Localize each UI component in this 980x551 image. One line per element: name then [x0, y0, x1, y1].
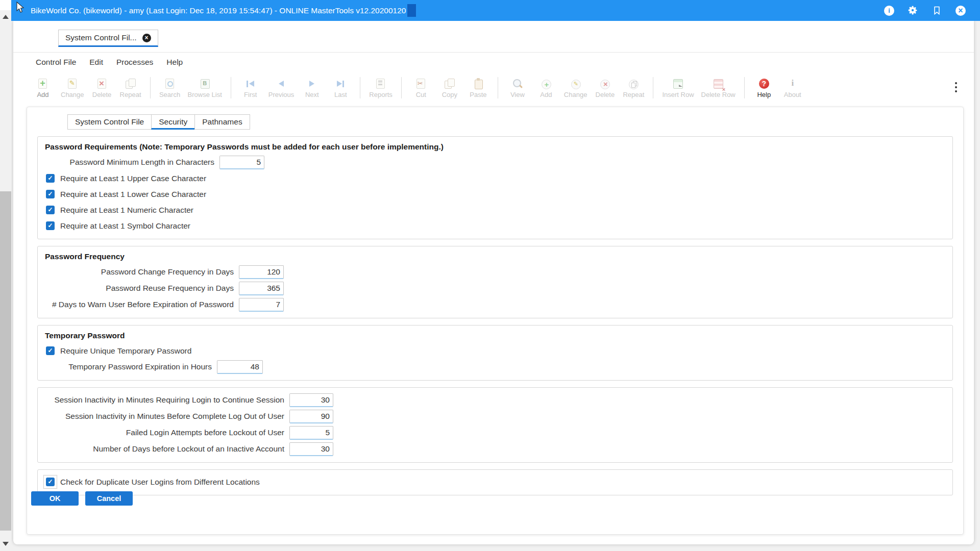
- toolbar-previous-button[interactable]: Previous: [265, 77, 298, 99]
- require-symbol-checkbox[interactable]: [46, 221, 55, 230]
- settings-gear-icon[interactable]: [908, 5, 918, 16]
- password-min-length-input[interactable]: [219, 156, 264, 169]
- arrow-first-icon: [244, 78, 257, 91]
- bookmark-icon[interactable]: [932, 5, 942, 16]
- section-session-lockout: Session Inactivity in Minutes Requiring …: [37, 387, 953, 463]
- toolbar-separator: [231, 77, 231, 98]
- ok-button[interactable]: OK: [31, 491, 79, 506]
- toolbar-next-button[interactable]: Next: [298, 77, 326, 99]
- section-password-frequency: Password Frequency Password Change Frequ…: [37, 246, 953, 318]
- more-options-kebab-icon[interactable]: [951, 81, 961, 94]
- toolbar-row-change-button[interactable]: Change: [560, 77, 591, 99]
- menu-edit[interactable]: Edit: [83, 58, 110, 67]
- require-numeric-checkbox[interactable]: [46, 206, 55, 214]
- menu-processes[interactable]: Processes: [110, 58, 160, 67]
- toolbar-browse-list-button[interactable]: Browse List: [184, 77, 226, 99]
- toolbar-cut-button[interactable]: Cut: [407, 77, 435, 99]
- toolbar-delete-button[interactable]: Delete: [88, 77, 116, 99]
- app-window: System Control Fil... Control File Edit …: [13, 21, 974, 544]
- info-icon[interactable]: [884, 6, 894, 16]
- toolbar-group-record: Add Change Delete Repeat: [29, 77, 145, 99]
- doc-add-icon: [36, 78, 50, 91]
- close-icon[interactable]: [955, 6, 966, 16]
- field-label: Password Reuse Frequency in Days: [44, 284, 234, 293]
- toolbar-row-delete-button[interactable]: Delete: [591, 77, 619, 99]
- toolbar-view-button[interactable]: View: [503, 77, 532, 99]
- field-label: Session Inactivity in Minutes Before Com…: [44, 412, 284, 421]
- toolbar-group-navigation: First Previous Next Last: [236, 77, 355, 99]
- toolbar-reports-button[interactable]: Reports: [365, 77, 396, 99]
- require-unique-temp-password-checkbox[interactable]: [46, 346, 55, 355]
- table-delete-row-icon: [712, 78, 725, 91]
- scroll-up-icon[interactable]: [3, 15, 9, 19]
- checkbox-row: Require Unique Temporary Password: [44, 343, 946, 359]
- close-circle-icon[interactable]: [142, 34, 151, 42]
- circle-edit-icon: [569, 78, 582, 91]
- circle-add-icon: [540, 78, 553, 91]
- require-upper-case-checkbox[interactable]: [46, 174, 55, 183]
- help-icon: [757, 78, 771, 91]
- check-duplicate-logins-checkbox[interactable]: [46, 478, 55, 486]
- toolbar-first-button[interactable]: First: [236, 77, 265, 99]
- section-temporary-password: Temporary Password Require Unique Tempor…: [37, 325, 953, 381]
- form-card: System Control File Security Pathnames P…: [27, 107, 964, 535]
- title-bar: BikeWorld Co. (bikeworld) - amy (Last Lo…: [11, 0, 980, 21]
- cancel-button[interactable]: Cancel: [85, 491, 133, 506]
- inactive-account-lockout-days-input[interactable]: [289, 442, 333, 456]
- field-label: # Days to Warn User Before Expiration of…: [44, 300, 234, 309]
- scrollbar-track[interactable]: [0, 10, 11, 551]
- failed-login-attempts-input[interactable]: [289, 426, 333, 440]
- document-tab-strip: System Control Fil...: [13, 21, 974, 53]
- toolbar-help-button[interactable]: Help: [750, 77, 778, 99]
- field-label: Password Change Frequency in Days: [44, 267, 234, 277]
- session-inactivity-login-input[interactable]: [289, 393, 333, 407]
- password-reuse-frequency-input[interactable]: [239, 282, 284, 295]
- document-tab-system-control-file[interactable]: System Control Fil...: [58, 30, 158, 47]
- titlebar-icons: [884, 0, 966, 21]
- toolbar-paste-button[interactable]: Paste: [464, 77, 493, 99]
- toolbar-repeat-button[interactable]: Repeat: [116, 77, 145, 99]
- tab-pathnames[interactable]: Pathnames: [194, 114, 250, 130]
- password-change-frequency-input[interactable]: [239, 265, 284, 279]
- arrow-next-icon: [305, 78, 318, 91]
- section-heading: Temporary Password: [45, 331, 946, 340]
- toolbar-about-button[interactable]: About: [778, 77, 807, 99]
- toolbar-insert-row-button[interactable]: Insert Row: [658, 77, 697, 99]
- title-text: BikeWorld Co. (bikeworld) - amy (Last Lo…: [31, 6, 406, 15]
- doc-search-icon: [163, 78, 177, 91]
- temp-password-expiration-input[interactable]: [217, 360, 263, 374]
- table-insert-row-icon: [671, 78, 684, 91]
- mouse-cursor: [15, 2, 26, 14]
- focus-outline: [43, 475, 57, 489]
- days-warn-before-expiration-input[interactable]: [239, 298, 284, 312]
- copy-icon: [443, 78, 456, 91]
- cut-icon: [414, 78, 428, 91]
- sub-tabs: System Control File Security Pathnames: [68, 114, 963, 130]
- toolbar-separator: [150, 77, 151, 98]
- scroll-down-icon[interactable]: [3, 542, 9, 546]
- toolbar-separator: [498, 77, 498, 98]
- toolbar-row-add-button[interactable]: Add: [532, 77, 560, 99]
- toolbar-add-button[interactable]: Add: [29, 77, 57, 99]
- left-scrollbar[interactable]: [0, 0, 11, 551]
- scrollbar-thumb[interactable]: [0, 191, 11, 531]
- toolbar-separator: [744, 77, 745, 98]
- toolbar-group-search: Search Browse List: [156, 77, 226, 99]
- toolbar-delete-row-button[interactable]: Delete Row: [698, 77, 739, 99]
- toolbar-row-repeat-button[interactable]: Repeat: [619, 77, 648, 99]
- toolbar-separator: [360, 77, 360, 98]
- arrow-prev-icon: [275, 78, 288, 91]
- toolbar-copy-button[interactable]: Copy: [435, 77, 464, 99]
- doc-repeat-icon: [124, 78, 137, 91]
- toolbar-change-button[interactable]: Change: [57, 77, 88, 99]
- tab-security[interactable]: Security: [151, 114, 195, 130]
- session-inactivity-logout-input[interactable]: [289, 410, 333, 423]
- menu-help[interactable]: Help: [160, 58, 189, 67]
- tab-system-control-file[interactable]: System Control File: [67, 114, 152, 130]
- toolbar-search-button[interactable]: Search: [156, 77, 184, 99]
- field-label: Temporary Password Expiration in Hours: [44, 362, 212, 371]
- doc-delete-icon: [95, 78, 109, 91]
- toolbar-last-button[interactable]: Last: [326, 77, 355, 99]
- require-lower-case-checkbox[interactable]: [46, 190, 55, 198]
- menu-control-file[interactable]: Control File: [29, 58, 83, 67]
